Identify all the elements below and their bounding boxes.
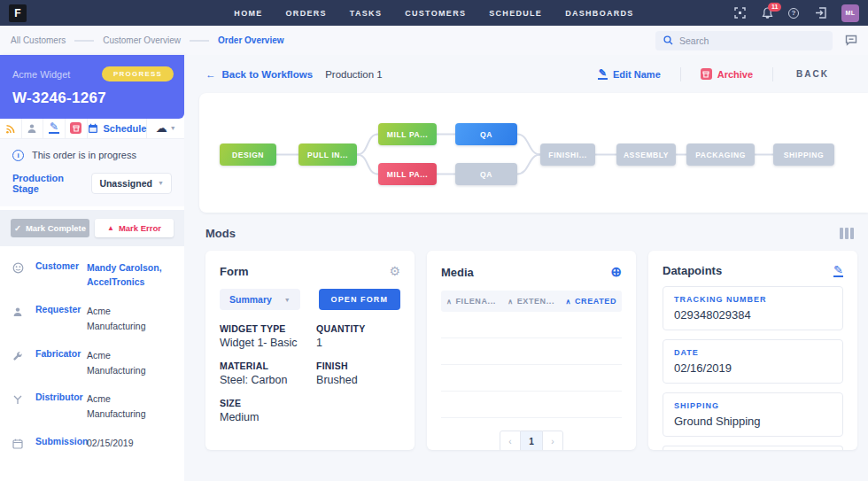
chevron-down-icon: ▼ (170, 125, 176, 131)
logout-icon[interactable] (814, 7, 826, 19)
mark-complete-button[interactable]: ✓ Mark Complete (11, 219, 89, 237)
detail-label: Customer (35, 260, 87, 291)
nav-item-dashboards[interactable]: DASHBOARDS (565, 9, 634, 18)
mods-cards-row: Form ⚙ Summary ▼ OPEN FORM WIDGET TYPE W… (184, 251, 868, 450)
workflow-node-shipping[interactable]: SHIPPING (773, 144, 834, 166)
field-label: QUANTITY (316, 323, 400, 334)
detail-value: Acme Manufacturing (87, 348, 172, 378)
column-header-extension[interactable]: ∧ EXTEN... (508, 297, 565, 306)
main-content: ← Back to Workflows Production 1 ✎ Edit … (184, 55, 868, 481)
assignee-button[interactable] (22, 119, 44, 138)
workflow-node-mill-top[interactable]: MILL PA... (378, 123, 437, 145)
production-stage-label[interactable]: Production Stage (12, 173, 91, 194)
detail-value: 02/15/2019 (87, 436, 134, 453)
cloud-icon: ☁ (156, 122, 167, 134)
back-button[interactable]: BACK (773, 69, 852, 79)
media-card: Media ⊕ ∧ FILENA... ∧ EXTEN... (427, 251, 636, 450)
page-number-button[interactable]: 1 (521, 431, 542, 450)
columns-layout-icon[interactable] (840, 228, 854, 239)
media-pagination: ‹ 1 › (441, 431, 622, 450)
order-summary-card: Acme Widget PROGRESS W-3246-1267 (0, 55, 184, 119)
export-cloud-button[interactable]: ☁ ▼ (147, 119, 184, 138)
form-field-widget-type: WIDGET TYPE Widget 1- Basic (220, 323, 316, 349)
prev-page-button[interactable]: ‹ (500, 431, 521, 450)
form-view-select[interactable]: Summary ▼ (220, 289, 300, 310)
field-value: Medium (220, 411, 316, 423)
breadcrumb-customer-overview[interactable]: Customer Overview (103, 35, 181, 45)
edit-name-label: Edit Name (613, 69, 661, 80)
workflow-node-mill-bottom[interactable]: MILL PA... (378, 163, 437, 185)
notification-count-badge: 11 (768, 3, 781, 12)
archive-label: Archive (717, 69, 753, 80)
datapoint-value: 02/16/2019 (674, 361, 832, 375)
help-icon[interactable]: ? (788, 8, 799, 19)
nav-item-orders[interactable]: ORDERS (286, 9, 327, 18)
search-box[interactable] (655, 31, 833, 50)
workflow-node-pull-in[interactable]: PULL IN... (298, 144, 357, 166)
datapoint-label: TRACKING NUMBER (674, 295, 832, 304)
datapoint-tracking-number: TRACKING NUMBER 029348029384 (663, 286, 843, 330)
archive-order-button[interactable] (66, 119, 88, 138)
notifications-bell-icon[interactable]: 11 (761, 7, 773, 19)
breadcrumb-order-overview[interactable]: Order Overview (218, 35, 283, 45)
workflow-node-design[interactable]: DESIGN (220, 144, 276, 166)
datapoint-value: Ground Shipping (674, 415, 832, 428)
workflow-header: ← Back to Workflows Production 1 ✎ Edit … (184, 55, 868, 93)
add-media-icon[interactable]: ⊕ (610, 264, 622, 280)
column-label: FILENA... (455, 297, 495, 306)
back-to-workflows-link[interactable]: ← Back to Workflows (205, 69, 313, 80)
archive-button[interactable]: Archive (681, 68, 772, 80)
edit-name-button[interactable]: ✎ Edit Name (578, 68, 680, 80)
search-input[interactable] (679, 35, 812, 46)
production-stage-select[interactable]: Unassigned ▼ (91, 173, 172, 194)
workflow-node-qa-top[interactable]: QA (455, 123, 517, 145)
nav-item-tasks[interactable]: TASKS (350, 9, 382, 18)
detail-label: Submission (35, 436, 87, 453)
status-badge: PROGRESS (102, 66, 174, 81)
gear-icon[interactable]: ⚙ (389, 264, 400, 278)
customer-link[interactable]: Mandy Carolson, AccelTronics (87, 260, 172, 291)
workflow-node-assembly[interactable]: ASSEMBLY (616, 144, 676, 166)
breadcrumb-all-customers[interactable]: All Customers (11, 35, 66, 45)
datapoint-label: DATE (674, 348, 832, 357)
feed-button[interactable] (0, 119, 22, 138)
workflow-node-packaging[interactable]: PACKAGING (686, 144, 755, 166)
column-header-created[interactable]: ∧ CREATED (565, 297, 616, 306)
nav-item-home[interactable]: HOME (234, 9, 262, 18)
back-link-label: Back to Workflows (222, 69, 314, 80)
breadcrumb-bar: All Customers Customer Overview Order Ov… (0, 26, 868, 55)
field-value: Widget 1- Basic (220, 337, 316, 349)
order-id: W-3246-1267 (12, 89, 174, 107)
scan-icon[interactable] (733, 7, 746, 19)
edit-pen-icon: ✎ (598, 68, 608, 80)
order-status-message: This order is in progress (32, 150, 136, 160)
next-page-button[interactable]: › (542, 431, 563, 450)
media-card-title: Media (441, 266, 474, 279)
calendar-icon (88, 123, 98, 134)
media-empty-row (441, 392, 622, 418)
app-logo[interactable]: F (9, 4, 27, 22)
main-menu: HOME ORDERS TASKS CUSTOMERS SCHEDULE DAS… (234, 9, 633, 18)
datapoint-shipping: SHIPPING Ground Shipping (663, 392, 843, 437)
workflow-node-finishing[interactable]: FINISHI... (540, 144, 595, 166)
media-empty-row (441, 338, 622, 365)
edit-order-button[interactable]: ✎ (43, 119, 66, 138)
mark-error-button[interactable]: ▲ Mark Error (95, 219, 174, 237)
user-avatar[interactable]: ML (841, 4, 859, 22)
chat-icon[interactable] (845, 35, 857, 46)
schedule-label: Schedule (104, 123, 147, 134)
mods-section-header: Mods (184, 213, 868, 251)
detail-value: Acme Manufacturing (87, 304, 172, 334)
edit-datapoints-icon[interactable]: ✎ (833, 265, 843, 277)
datapoint-partial-box (663, 446, 843, 450)
nav-item-schedule[interactable]: SCHEDULE (489, 9, 542, 18)
workflow-node-qa-bottom[interactable]: QA (455, 163, 517, 185)
customer-face-icon (12, 260, 35, 291)
column-header-filename[interactable]: ∧ FILENA... (446, 297, 508, 306)
archive-icon (70, 122, 81, 134)
field-value: Steel: Carbon (220, 374, 316, 386)
progress-section: i This order is in progress Production S… (0, 139, 184, 206)
open-form-button[interactable]: OPEN FORM (319, 289, 400, 310)
nav-item-customers[interactable]: CUSTOMERS (405, 9, 466, 18)
schedule-button[interactable]: Schedule (88, 119, 148, 138)
